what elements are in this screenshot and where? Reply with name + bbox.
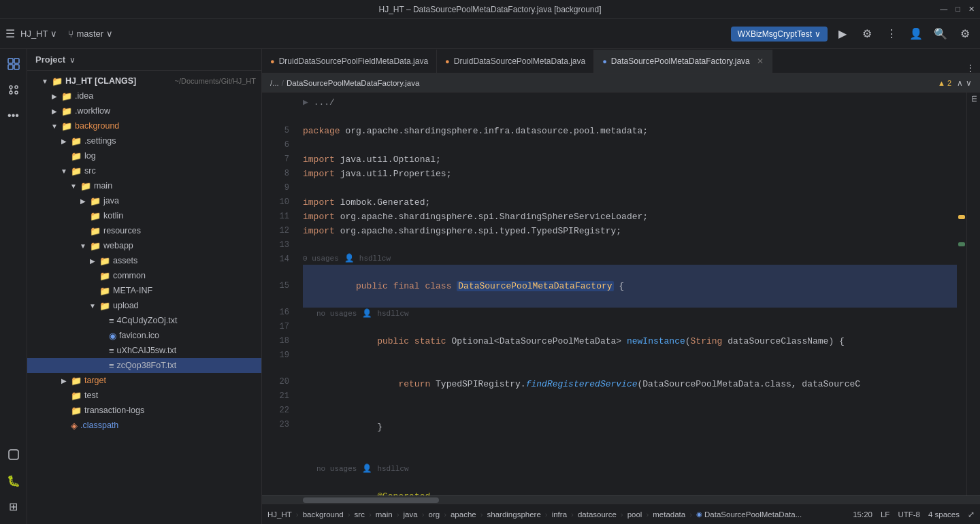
toolbar-right: WXBizMsgCryptTest ∨ ▶ ⚙ ⋮ 👤 🔍 ⚙ bbox=[731, 24, 975, 44]
tree-item-workflow[interactable]: ▶ 📁 .workflow bbox=[27, 103, 261, 118]
code-line-18: } bbox=[303, 406, 957, 448]
maximize-button[interactable]: □ bbox=[956, 5, 960, 14]
sidebar-icon-debug[interactable]: 🐛 bbox=[1, 468, 26, 493]
tree-folder-icon-resources: 📁 bbox=[90, 226, 101, 236]
code-line-20: @Generated bbox=[303, 475, 957, 495]
tree-item-metainf[interactable]: 📁 META-INF bbox=[27, 283, 261, 298]
tree-item-translogs[interactable]: 📁 transaction-logs bbox=[27, 403, 261, 418]
tree-item-common[interactable]: 📁 common bbox=[27, 268, 261, 283]
tree-item-webapp[interactable]: ▼ 📁 webapp bbox=[27, 238, 261, 253]
tree-item-log[interactable]: 📁 log bbox=[27, 148, 261, 163]
code-line-11: import lombok.Generated; bbox=[303, 195, 957, 210]
bc-shardingsphere[interactable]: shardingsphere bbox=[487, 510, 541, 519]
branch-selector[interactable]: ⑂ master ∨ bbox=[68, 29, 113, 39]
svg-rect-9 bbox=[9, 450, 18, 459]
bc-datasource[interactable]: datasource bbox=[578, 510, 617, 519]
main-layout: ••• 🐛 ⊞ Project ∨ ▼ 📁 HJ_HT [CLANGS] ~/D… bbox=[0, 49, 980, 524]
bc-file-name: DataSourcePoolMetaData... bbox=[704, 510, 802, 519]
sidebar-icon-git[interactable] bbox=[1, 442, 26, 467]
bc-root[interactable]: HJ_HT bbox=[267, 510, 292, 519]
bc-metadata[interactable]: metadata bbox=[653, 510, 685, 519]
tree-item-idea[interactable]: ▶ 📁 .idea bbox=[27, 88, 261, 103]
tree-label-upload: upload bbox=[113, 301, 139, 310]
tab-close-3[interactable]: ✕ bbox=[757, 56, 764, 66]
more-button[interactable]: ⋮ bbox=[882, 24, 901, 44]
tree-item-src[interactable]: ▼ 📁 src bbox=[27, 163, 261, 178]
tree-item-kotlin[interactable]: 📁 kotlin bbox=[27, 208, 261, 223]
bc-main[interactable]: main bbox=[376, 510, 393, 519]
sidebar-icon-terminal[interactable]: ⊞ bbox=[1, 494, 26, 519]
sidebar-icon-more[interactable]: ••• bbox=[1, 103, 26, 128]
tree-item-upload[interactable]: ▼ 📁 upload bbox=[27, 298, 261, 313]
tabs-bar: ● DruidDataSourcePoolFieldMetaData.java … bbox=[262, 49, 980, 73]
horizontal-scrollbar[interactable] bbox=[262, 495, 980, 504]
project-name: HJ_HT bbox=[20, 29, 48, 39]
tabs-more-button[interactable]: ⋮ bbox=[961, 63, 980, 73]
minimize-button[interactable]: — bbox=[940, 5, 947, 14]
expand-icon[interactable]: ⤢ bbox=[968, 510, 975, 519]
tab-druid-field[interactable]: ● DruidDataSourcePoolFieldMetaData.java bbox=[262, 50, 437, 73]
tree-label-settings: .settings bbox=[84, 136, 116, 146]
close-button[interactable]: ✕ bbox=[968, 5, 975, 14]
project-selector[interactable]: HJ_HT ∨ bbox=[20, 29, 57, 39]
tree-label-main: main bbox=[94, 181, 112, 191]
bc-java[interactable]: java bbox=[404, 510, 418, 519]
right-panel-label: m bbox=[969, 95, 979, 105]
account-button[interactable]: 👤 bbox=[906, 24, 926, 44]
tree-label-root: HJ_HT [CLANGS] bbox=[65, 76, 136, 86]
bc-pool[interactable]: pool bbox=[627, 510, 642, 519]
bc-infra[interactable]: infra bbox=[552, 510, 567, 519]
menu-icon[interactable]: ☰ bbox=[5, 27, 15, 40]
tree-item-assets[interactable]: ▶ 📁 assets bbox=[27, 253, 261, 268]
run-button[interactable]: ▶ bbox=[833, 24, 852, 44]
tree-label-java: java bbox=[103, 196, 119, 206]
tree-item-java[interactable]: ▶ 📁 java bbox=[27, 193, 261, 208]
tree-item-settings[interactable]: ▶ 📁 .settings bbox=[27, 133, 261, 148]
tree-item-test[interactable]: 📁 test bbox=[27, 388, 261, 403]
bc-src[interactable]: src bbox=[355, 510, 365, 519]
settings-button[interactable]: ⚙ bbox=[858, 24, 877, 44]
tree-item-root[interactable]: ▼ 📁 HJ_HT [CLANGS] ~/Documents/Git/HJ_HT bbox=[27, 73, 261, 88]
tree-label-metainf: META-INF bbox=[113, 286, 152, 295]
branch-name: master bbox=[76, 29, 103, 39]
tree-item-target[interactable]: ▶ 📁 target bbox=[27, 373, 261, 388]
tree-item-file3[interactable]: ≡ uXhCAIJ5sw.txt bbox=[27, 343, 261, 358]
bc-apache[interactable]: apache bbox=[451, 510, 476, 519]
tree-item-file1[interactable]: ≡ 4CqUdyZoOj.txt bbox=[27, 313, 261, 328]
tree-item-background[interactable]: ▼ 📁 background bbox=[27, 118, 261, 133]
svg-rect-0 bbox=[8, 59, 13, 63]
breadcrumb-nav-up[interactable]: ∧ bbox=[957, 78, 963, 88]
run-config-selector[interactable]: WXBizMsgCryptTest ∨ bbox=[731, 27, 828, 42]
tree-file-icon-4: ≡ bbox=[109, 361, 114, 371]
bc-file[interactable]: ◉ DataSourcePoolMetaData... bbox=[696, 510, 802, 519]
sidebar-icon-project[interactable] bbox=[1, 52, 26, 76]
tree-folder-icon-idea: 📁 bbox=[61, 91, 72, 101]
tree-item-favicon[interactable]: ◉ favicon.ico bbox=[27, 328, 261, 343]
meta-usages-2: no usages bbox=[316, 308, 357, 320]
editor-scrollbar[interactable] bbox=[957, 93, 966, 495]
svg-point-7 bbox=[15, 91, 18, 94]
tree-item-main[interactable]: ▼ 📁 main bbox=[27, 178, 261, 193]
gear-button[interactable]: ⚙ bbox=[956, 24, 975, 44]
code-line-16: public static Optional<DataSourcePoolMet… bbox=[303, 320, 957, 363]
tab-factory[interactable]: ● DataSourcePoolMetaDataFactory.java ✕ bbox=[594, 50, 772, 73]
code-content[interactable]: ▶ .../ package org.apache.shardingsphere… bbox=[295, 93, 957, 495]
run-config-name: WXBizMsgCryptTest bbox=[738, 29, 812, 39]
tree-item-resources[interactable]: 📁 resources bbox=[27, 223, 261, 238]
editor-breadcrumb: /... / DataSourcePoolMetaDataFactory.jav… bbox=[262, 73, 980, 93]
tab-druid-meta[interactable]: ● DruidDataSourcePoolMetaData.java bbox=[437, 50, 594, 73]
breadcrumb-nav-down[interactable]: ∨ bbox=[966, 78, 972, 88]
tree-label-favicon: favicon.ico bbox=[119, 331, 159, 340]
search-button[interactable]: 🔍 bbox=[931, 24, 950, 44]
bc-background[interactable]: background bbox=[303, 510, 344, 519]
tree-file-icon-1: ≡ bbox=[109, 316, 114, 326]
bc-org[interactable]: org bbox=[429, 510, 440, 519]
sidebar-icon-structure[interactable] bbox=[1, 78, 26, 102]
panel-arrow-icon[interactable]: ∨ bbox=[69, 55, 76, 65]
tree-item-file4[interactable]: ≡ zcQop38FoT.txt bbox=[27, 358, 261, 373]
tree-arrow-main: ▼ bbox=[69, 182, 78, 190]
panel-header: Project ∨ bbox=[27, 49, 261, 71]
warning-count: ▲ 2 bbox=[938, 79, 951, 87]
tree-label-classpath: .classpath bbox=[80, 421, 118, 430]
tree-item-classpath[interactable]: ◈ .classpath bbox=[27, 418, 261, 433]
